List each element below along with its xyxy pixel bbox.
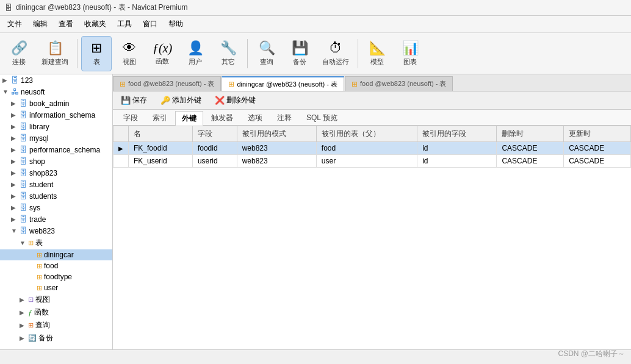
sidebar-item-trade[interactable]: ▶ 🗄 trade <box>0 213 112 225</box>
menu-help[interactable]: 帮助 <box>164 17 188 31</box>
backups-icon: 🔄 <box>28 334 37 342</box>
table-row[interactable]: ▶ FK_foodid foodid web823 food id CASCAD… <box>114 142 631 155</box>
sidebar-item-web823[interactable]: ▼ 🗄 web823 <box>0 225 112 237</box>
expand-icon-students: ▶ <box>11 193 20 199</box>
db-icon-library: 🗄 <box>20 122 27 131</box>
menu-edit[interactable]: 编辑 <box>28 17 52 31</box>
sidebar-item-students[interactable]: ▶ 🗄 students <box>0 190 112 202</box>
toolbar-function[interactable]: ƒ(x) 函数 <box>147 36 178 71</box>
tab-food-1[interactable]: ⊞ food @web823 (neusoft) - 表 <box>113 76 221 91</box>
sidebar-item-library[interactable]: ▶ 🗄 library <box>0 121 112 132</box>
subtab-options[interactable]: 选项 <box>241 110 269 125</box>
subtab-sql-preview[interactable]: SQL 预览 <box>300 110 344 125</box>
connect-icon: 🔗 <box>11 40 27 56</box>
sidebar-item-foodtype[interactable]: ⊞ foodtype <box>0 271 112 282</box>
sidebar-label-tables: 表 <box>35 238 43 248</box>
sidebar-label-shop: shop <box>29 157 45 166</box>
view-icon: 👁 <box>123 40 136 56</box>
window-title: diningcar @web823 (neusoft) - 表 - Navica… <box>16 2 188 13</box>
sidebar-label-123: 123 <box>21 76 33 85</box>
col-on-update: 更新时 <box>564 126 631 142</box>
subtab-fk[interactable]: 外键 <box>175 111 203 126</box>
sidebar-item-functions-group[interactable]: ▶ ƒ 函数 <box>0 306 112 319</box>
table-row[interactable]: FK_userid userid web823 user id CASCADE … <box>114 155 631 168</box>
toolbar-view[interactable]: 👁 视图 <box>114 36 145 71</box>
sidebar-item-student[interactable]: ▶ 🗄 student <box>0 179 112 190</box>
chart-icon: 📊 <box>402 40 419 56</box>
subtab-index[interactable]: 索引 <box>146 110 174 125</box>
sidebar-item-book-admin[interactable]: ▶ 🗄 book_admin <box>0 98 112 109</box>
sidebar-item-tables-group[interactable]: ▼ ⊞ 表 <box>0 237 112 249</box>
expand-icon-student: ▶ <box>11 181 20 188</box>
subtab-trigger[interactable]: 触发器 <box>204 110 240 125</box>
sidebar-item-perf-schema[interactable]: ▶ 🗄 performance_schema <box>0 144 112 155</box>
add-fk-label: 添加外键 <box>172 95 201 105</box>
menu-window[interactable]: 窗口 <box>138 17 162 31</box>
col-field: 字段 <box>192 126 237 142</box>
sidebar-item-views-group[interactable]: ▶ ⊡ 视图 <box>0 293 112 306</box>
toolbar-new-query[interactable]: 📋 新建查询 <box>37 36 73 71</box>
sidebar-item-123[interactable]: ▶ 🗄 123 <box>0 74 112 86</box>
sidebar-item-shop[interactable]: ▶ 🗄 shop <box>0 155 112 167</box>
sidebar-label-views: 视图 <box>35 294 50 305</box>
toolbar-connect[interactable]: 🔗 连接 <box>4 36 34 71</box>
sidebar-item-shop823[interactable]: ▶ 🗄 shop823 <box>0 167 112 179</box>
toolbar-other[interactable]: 🔧 其它 <box>213 36 243 71</box>
menu-bar: 文件 编辑 查看 收藏夹 工具 窗口 帮助 <box>0 16 631 33</box>
row-1-schema: web823 <box>237 142 316 155</box>
menu-tools[interactable]: 工具 <box>112 17 137 31</box>
table-icon-diningcar: ⊞ <box>37 251 42 259</box>
sidebar-item-user[interactable]: ⊞ user <box>0 282 112 293</box>
menu-view[interactable]: 查看 <box>54 17 78 31</box>
inner-toolbar: 💾 保存 🔑 添加外键 ❌ 删除外键 <box>113 91 631 110</box>
table-icon-food: ⊞ <box>37 262 42 270</box>
sidebar-label-neusoft: neusoft <box>21 88 45 96</box>
tab-food-2[interactable]: ⊞ food @web823 (neusoft) - 表 <box>345 76 453 91</box>
sidebar-item-sys[interactable]: ▶ 🗄 sys <box>0 202 112 213</box>
db-icon-book-admin: 🗄 <box>20 99 27 108</box>
subtab-fields[interactable]: 字段 <box>117 110 145 125</box>
toolbar-table[interactable]: ⊞ 表 <box>81 36 112 71</box>
toolbar-user[interactable]: 👤 用户 <box>180 36 211 71</box>
chart-label: 图表 <box>403 57 417 66</box>
tab-bar: ⊞ food @web823 (neusoft) - 表 ⊞ diningcar… <box>113 74 631 91</box>
sidebar-item-info-schema[interactable]: ▶ 🗄 information_schema <box>0 109 112 121</box>
remove-fk-button[interactable]: ❌ 删除外键 <box>211 93 260 107</box>
menu-favorites[interactable]: 收藏夹 <box>79 17 111 31</box>
toolbar-model[interactable]: 📐 模型 <box>362 36 392 71</box>
sidebar-item-diningcar[interactable]: ⊞ diningcar <box>0 249 112 260</box>
fk-table: 名 字段 被引用的模式 被引用的表（父） 被引用的字段 删除时 更新时 ▶ FK… <box>113 126 631 349</box>
db-icon-info-schema: 🗄 <box>20 110 27 120</box>
view-label: 视图 <box>123 57 136 66</box>
db-icon-sys: 🗄 <box>20 203 27 212</box>
query-label: 查询 <box>260 57 273 66</box>
add-fk-button[interactable]: 🔑 添加外键 <box>156 93 206 107</box>
sidebar-item-neusoft[interactable]: ▼ 🖧 neusoft <box>0 86 112 98</box>
model-label: 模型 <box>370 57 384 66</box>
table-icon-foodtype: ⊞ <box>37 273 42 281</box>
functions-icon: ƒ <box>28 308 32 318</box>
expand-icon-mysql: ▶ <box>11 135 20 141</box>
sidebar-label-food: food <box>44 262 58 270</box>
content-area: ⊞ food @web823 (neusoft) - 表 ⊞ diningcar… <box>113 74 631 349</box>
toolbar-autorun[interactable]: ⏱ 自动运行 <box>317 36 354 71</box>
sidebar-label-shop823: shop823 <box>29 169 57 177</box>
save-label: 保存 <box>132 95 147 105</box>
user-icon: 👤 <box>187 40 204 56</box>
toolbar-chart[interactable]: 📊 图表 <box>395 36 425 71</box>
sidebar-item-queries-group[interactable]: ▶ ⊞ 查询 <box>0 319 112 332</box>
menu-file[interactable]: 文件 <box>2 17 27 31</box>
subtab-comment[interactable]: 注释 <box>270 110 298 125</box>
toolbar-query[interactable]: 🔍 查询 <box>251 36 282 71</box>
save-button[interactable]: 💾 保存 <box>117 93 151 107</box>
sidebar-item-food[interactable]: ⊞ food <box>0 260 112 271</box>
expand-icon-shop823: ▶ <box>11 170 20 176</box>
tab-food-2-icon: ⊞ <box>352 80 358 88</box>
expand-icon-web823: ▼ <box>11 227 20 234</box>
sidebar-item-mysql[interactable]: ▶ 🗄 mysql <box>0 132 112 144</box>
toolbar-backup[interactable]: 💾 备份 <box>284 36 315 71</box>
remove-fk-label: 删除外键 <box>226 95 256 105</box>
expand-icon-shop: ▶ <box>11 158 20 165</box>
sidebar-item-backups-group[interactable]: ▶ 🔄 备份 <box>0 332 112 344</box>
tab-diningcar[interactable]: ⊞ diningcar @web823 (neusoft) - 表 <box>222 76 344 91</box>
